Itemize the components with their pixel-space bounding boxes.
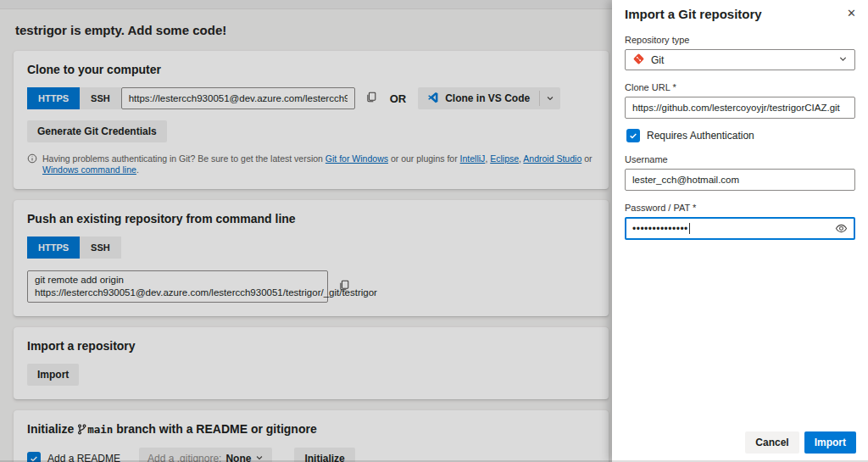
requires-auth-checkbox[interactable]: Requires Authentication (626, 129, 855, 142)
cancel-button[interactable]: Cancel (745, 431, 798, 454)
password-field[interactable]: •••••••••••••• (625, 217, 855, 240)
dialog-footer: Cancel Import (745, 431, 856, 454)
reveal-password-icon[interactable] (835, 222, 848, 235)
username-label: Username (625, 154, 855, 164)
repository-type-value: Git (651, 54, 664, 66)
chevron-down-icon (838, 54, 848, 66)
requires-auth-label: Requires Authentication (647, 130, 754, 142)
dialog-title: Import a Git repository (625, 7, 855, 21)
git-icon (632, 53, 645, 68)
checkbox-checked-icon (626, 129, 640, 142)
close-icon[interactable]: ✕ (843, 3, 860, 23)
repository-type-label: Repository type (625, 35, 855, 45)
text-cursor (689, 223, 690, 234)
dialog-clone-url-field[interactable] (625, 97, 855, 119)
app-root: testrigor is empty. Add some code! Clone… (0, 0, 868, 462)
import-git-repository-dialog: Import a Git repository ✕ Repository typ… (612, 0, 868, 462)
username-field[interactable] (625, 169, 855, 191)
password-masked-value: •••••••••••••• (632, 223, 690, 235)
repository-type-select[interactable]: Git (625, 49, 855, 70)
import-button[interactable]: Import (804, 431, 856, 454)
password-label: Password / PAT * (625, 203, 855, 213)
clone-url-label: Clone URL * (625, 82, 855, 92)
